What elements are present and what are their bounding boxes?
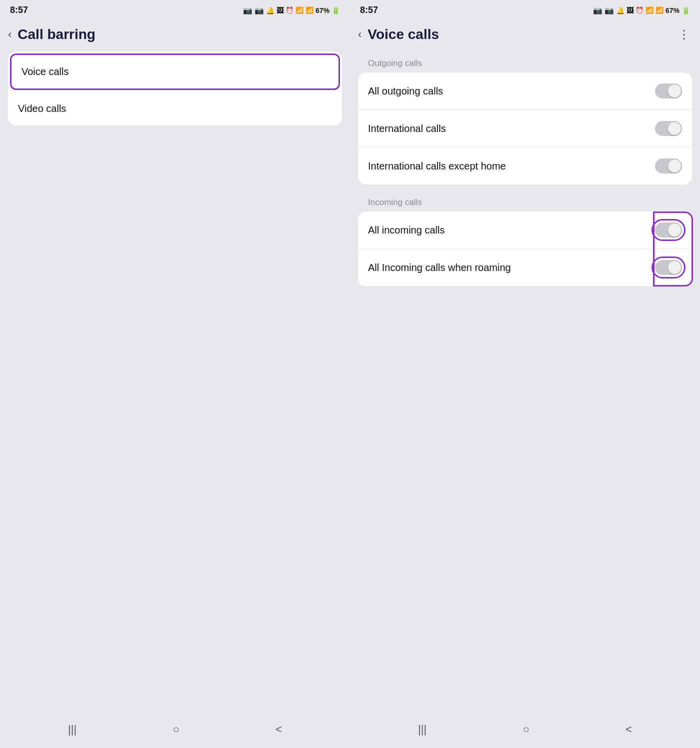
incoming-calls-card: All incoming calls All Incoming calls wh… bbox=[358, 212, 692, 286]
time-right: 8:57 bbox=[360, 5, 378, 16]
top-bar-left: ‹ Call barring bbox=[0, 18, 350, 48]
voice-calls-label: Voice calls bbox=[22, 66, 69, 78]
outgoing-calls-section-label: Outgoing calls bbox=[358, 52, 692, 72]
intl-calls-except-home-text: International calls except home bbox=[368, 160, 506, 172]
recent-apps-right[interactable]: ||| bbox=[418, 723, 426, 736]
intl-calls-except-home-toggle[interactable] bbox=[655, 158, 682, 174]
alarm-icon: ⏰ bbox=[286, 6, 294, 14]
intl-calls-except-home-label: International calls except home bbox=[368, 160, 506, 172]
nav-bar-left: ||| ○ < bbox=[0, 715, 350, 748]
recent-apps-left[interactable]: ||| bbox=[68, 723, 76, 736]
incoming-calls-roaming-label: All Incoming calls when roaming bbox=[368, 262, 511, 274]
camera-icon-r2: 📷 bbox=[604, 6, 614, 15]
incoming-calls-roaming-text: All Incoming calls when roaming bbox=[368, 262, 511, 274]
international-calls-toggle[interactable] bbox=[655, 121, 682, 136]
camera-icon1: 📷 bbox=[243, 6, 252, 15]
left-phone-panel: 8:57 📷 📷 🔔 🖼 ⏰ 📶 📶 67% 🔋 ‹ Call barring … bbox=[0, 0, 350, 748]
status-icons-right: 📷 📷 🔔 🖼 ⏰ 📶 📶 67% 🔋 bbox=[593, 6, 690, 15]
signal-icon-r: 📶 bbox=[656, 6, 664, 14]
wifi-icon: 📶 bbox=[296, 6, 304, 14]
camera-icon-r1: 📷 bbox=[593, 6, 602, 15]
home-button-right[interactable]: ○ bbox=[522, 723, 529, 736]
back-nav-left[interactable]: < bbox=[276, 723, 282, 736]
home-button-left[interactable]: ○ bbox=[172, 723, 179, 736]
back-button-left[interactable]: ‹ bbox=[8, 28, 12, 41]
time-left: 8:57 bbox=[10, 5, 28, 16]
video-calls-item[interactable]: Video calls bbox=[8, 92, 342, 126]
battery-right: 67% bbox=[666, 6, 680, 14]
all-outgoing-calls-item[interactable]: All outgoing calls bbox=[358, 72, 692, 110]
content-left: Voice calls Video calls bbox=[0, 48, 350, 715]
all-outgoing-calls-label: All outgoing calls bbox=[368, 86, 443, 97]
status-bar-left: 8:57 📷 📷 🔔 🖼 ⏰ 📶 📶 67% 🔋 bbox=[0, 0, 350, 18]
page-title-right: Voice calls bbox=[368, 26, 439, 42]
bell-icon-r: 🔔 bbox=[616, 6, 624, 14]
camera-icon2: 📷 bbox=[254, 6, 264, 15]
all-incoming-calls-toggle[interactable] bbox=[655, 222, 682, 238]
more-options-icon[interactable]: ⋮ bbox=[678, 28, 690, 42]
battery-left: 67% bbox=[316, 6, 330, 14]
right-phone-panel: 8:57 📷 📷 🔔 🖼 ⏰ 📶 📶 67% 🔋 ‹ Voice calls ⋮… bbox=[350, 0, 700, 748]
content-right: Outgoing calls All outgoing calls Intern… bbox=[350, 48, 700, 715]
back-nav-right[interactable]: < bbox=[626, 723, 632, 736]
signal-icon: 📶 bbox=[306, 6, 314, 14]
alarm-icon-r: ⏰ bbox=[636, 6, 644, 14]
incoming-calls-roaming-item[interactable]: All Incoming calls when roaming bbox=[358, 249, 692, 286]
nav-bar-right: ||| ○ < bbox=[350, 715, 700, 748]
bell-icon: 🔔 bbox=[266, 6, 274, 14]
all-incoming-calls-item[interactable]: All incoming calls bbox=[358, 212, 692, 249]
all-outgoing-calls-toggle[interactable] bbox=[655, 84, 682, 98]
page-title-left: Call barring bbox=[18, 26, 96, 42]
outgoing-calls-card: All outgoing calls International calls I… bbox=[358, 72, 692, 184]
status-icons-left: 📷 📷 🔔 🖼 ⏰ 📶 📶 67% 🔋 bbox=[243, 6, 340, 15]
wifi-icon-r: 📶 bbox=[646, 6, 654, 14]
voice-calls-item[interactable]: Voice calls bbox=[10, 54, 340, 90]
call-barring-options-card: Voice calls Video calls bbox=[8, 52, 342, 126]
status-bar-right: 8:57 📷 📷 🔔 🖼 ⏰ 📶 📶 67% 🔋 bbox=[350, 0, 700, 18]
image-icon-r: 🖼 bbox=[626, 6, 634, 14]
image-icon: 🖼 bbox=[276, 6, 284, 14]
incoming-calls-roaming-toggle[interactable] bbox=[655, 260, 682, 275]
incoming-calls-section-label: Incoming calls bbox=[358, 190, 692, 212]
back-button-right[interactable]: ‹ bbox=[358, 28, 362, 41]
international-calls-item[interactable]: International calls bbox=[358, 110, 692, 148]
battery-icon-right: 🔋 bbox=[682, 6, 690, 14]
battery-icon-left: 🔋 bbox=[332, 6, 340, 14]
international-calls-label: International calls bbox=[368, 123, 446, 134]
video-calls-label: Video calls bbox=[18, 103, 66, 114]
top-bar-right: ‹ Voice calls ⋮ bbox=[350, 18, 700, 48]
all-incoming-calls-label: All incoming calls bbox=[368, 224, 444, 236]
intl-calls-except-home-item[interactable]: International calls except home bbox=[358, 148, 692, 184]
